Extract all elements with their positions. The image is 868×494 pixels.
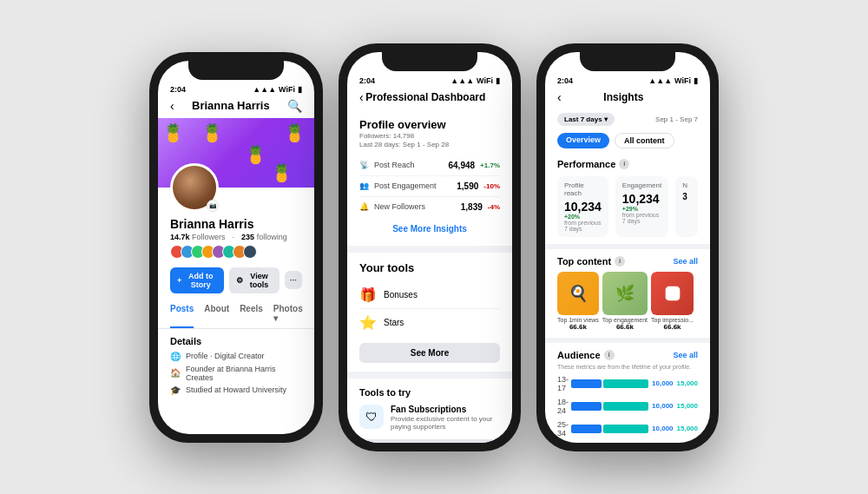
tab-all-content[interactable]: All content: [615, 133, 674, 148]
phone3-time: 2:04: [557, 76, 573, 85]
top-content-header: Top content i See all: [557, 256, 698, 267]
followers-icon: 🔔: [359, 202, 369, 211]
engagement-card-title: Engagement: [622, 181, 661, 189]
profile-stats: 14.7k Followers · 235 following: [170, 233, 302, 241]
phone3-notch: [580, 52, 675, 71]
bonuses-icon: 🎁: [359, 287, 377, 303]
top-content-item-2: 🌿 Top engagement 66.6k: [602, 272, 648, 331]
profile-overview-section: Profile overview Followers: 14,798 Last …: [347, 109, 512, 253]
tab-overview[interactable]: Overview: [557, 133, 609, 148]
search-button[interactable]: 🔍: [287, 99, 302, 113]
tab-reels[interactable]: Reels: [240, 299, 263, 328]
see-more-tools-button[interactable]: See More: [359, 343, 500, 363]
back-button[interactable]: ‹: [170, 99, 174, 113]
engagement-value: 1,590: [457, 181, 478, 191]
audience-header: Audience i See all: [557, 350, 698, 360]
phone-insights: 2:04 ▲▲▲ WiFi ▮ ‹ Insights Last 7 days ▾…: [536, 43, 719, 451]
img-bg-2: 🌿: [602, 272, 648, 315]
your-tools-title: Your tools: [359, 261, 500, 274]
detail-item-university: 🎓 Studied at Howard University: [170, 385, 302, 395]
scene: 2:04 ▲▲▲ WiFi ▮ ‹ Brianna Harris 🔍 🍍 🍍 🍍…: [0, 0, 868, 494]
phone-dashboard: 2:04 ▲▲▲ WiFi ▮ ‹ Professional Dashboard…: [339, 43, 521, 451]
perf-card-reach: Profile reach 10,234 +20% from previous …: [557, 176, 608, 237]
blue-num-2534: 10,000: [652, 425, 673, 432]
tab-photos[interactable]: Photos ▾: [273, 299, 303, 328]
insights-tabs: Overview All content: [545, 129, 710, 152]
see-more-insights-button[interactable]: See More Insights: [359, 217, 500, 237]
reach-card-title: Profile reach: [564, 181, 602, 197]
profile-name-header: Brianna Harris: [192, 99, 270, 112]
followers-count: 14.7k: [170, 233, 190, 241]
insights-title: Insights: [603, 91, 643, 103]
top-content-item-3: Top impressio... 66.6k: [651, 272, 694, 331]
top-content-item-1: 🍳 Top 1min views 66.6k: [557, 272, 599, 331]
plus-icon: +: [177, 276, 181, 285]
followers-avatars: [170, 245, 302, 259]
top-content-title: Top content i: [557, 256, 625, 267]
svg-rect-0: [665, 286, 680, 300]
tab-about[interactable]: About: [204, 299, 229, 328]
tool-bonuses[interactable]: 🎁 Bonuses: [359, 281, 500, 309]
metric-post-engagement: 👥 Post Engagement 1,590 -10%: [359, 176, 500, 197]
battery-icon-3: ▮: [694, 76, 698, 85]
age-bars-1824: [571, 402, 648, 411]
overview-date: Last 28 days: Sep 1 - Sep 28: [359, 141, 500, 148]
phone2-status-icons: ▲▲▲ WiFi ▮: [450, 76, 500, 85]
audience-info-icon: i: [604, 350, 615, 360]
profile-details: Details 🌐 Profile · Digital Creator 🏠 Fo…: [158, 329, 314, 405]
reach-card-value: 10,234: [564, 200, 602, 214]
engagement-card-value: 10,234: [622, 192, 661, 206]
age-label-2534: 25-34: [557, 420, 571, 438]
view-tools-button[interactable]: ⚙ View tools: [229, 267, 279, 293]
reach-icon: 📡: [359, 161, 369, 169]
tool-stars[interactable]: ⭐ Stars: [359, 309, 500, 336]
teal-bar-1317: [603, 379, 648, 388]
metric-right-followers: 1,839 -4%: [461, 202, 500, 212]
audience-row-1317: 13-17 10,000 15,000: [557, 375, 698, 392]
phone1-screen: 2:04 ▲▲▲ WiFi ▮ ‹ Brianna Harris 🔍 🍍 🍍 🍍…: [158, 61, 314, 434]
top-content-img-2: 🌿: [602, 272, 648, 315]
reach-value: 64,948: [449, 161, 476, 170]
top-content-info-icon: i: [615, 256, 625, 267]
stars-label: Stars: [384, 318, 404, 327]
fan-sub-text: Fan Subscriptions Provide exclusive cont…: [391, 405, 500, 431]
tab-posts[interactable]: Posts: [170, 299, 194, 328]
camera-icon[interactable]: 📷: [207, 200, 219, 212]
phone2-back-button[interactable]: ‹: [359, 90, 364, 104]
signal-icon: ▲▲▲: [253, 85, 276, 94]
tools-to-try-section: Tools to try 🛡 Fan Subscriptions Provide…: [347, 379, 512, 443]
blue-num-1824: 10,000: [652, 402, 673, 410]
top-content-img-3: [651, 272, 694, 315]
top-content-images: 🍳 Top 1min views 66.6k 🌿 Top engagement …: [557, 272, 698, 331]
teal-bar-1824: [603, 402, 648, 411]
phone1-header: ‹ Brianna Harris 🔍: [158, 97, 314, 118]
more-button[interactable]: ···: [285, 271, 302, 289]
audience-see-all[interactable]: See all: [673, 351, 698, 359]
avatar-wrap: 📷: [170, 163, 219, 212]
teal-num-1317: 15,000: [677, 379, 698, 387]
fan-sub-title: Fan Subscriptions: [391, 405, 500, 414]
metric-post-reach: 📡 Post Reach 64,948 +1.7%: [359, 155, 500, 176]
add-to-story-button[interactable]: + Add to Story: [170, 267, 224, 293]
perf-card-engagement: Engagement 10,234 +29% from previous 7 d…: [615, 176, 668, 237]
phone3-screen: 2:04 ▲▲▲ WiFi ▮ ‹ Insights Last 7 days ▾…: [545, 52, 710, 443]
tc-label-2: Top engagement: [602, 317, 648, 323]
audience-row-2534: 25-34 10,000 15,000: [557, 420, 698, 438]
metric-new-followers: 🔔 New Followers 1,839 -4%: [359, 197, 500, 217]
globe-icon: 🌐: [170, 352, 181, 361]
tools-icon: ⚙: [236, 276, 243, 285]
stars-icon: ⭐: [359, 314, 377, 331]
performance-info-icon: i: [619, 159, 629, 169]
see-more-tools-to-try-button[interactable]: See More: [359, 439, 500, 443]
top-content-see-all[interactable]: See all: [673, 257, 698, 266]
phone3-back-button[interactable]: ‹: [557, 90, 562, 104]
fan-subscriptions-item: 🛡 Fan Subscriptions Provide exclusive co…: [359, 405, 500, 431]
date-filter-button[interactable]: Last 7 days ▾: [557, 113, 615, 126]
top-content-section: Top content i See all 🍳 Top 1min views 6…: [545, 249, 710, 343]
pineapple-icon-5: 🍍: [271, 162, 293, 183]
blue-bar-1824: [571, 402, 602, 411]
phone-profile: 2:04 ▲▲▲ WiFi ▮ ‹ Brianna Harris 🔍 🍍 🍍 🍍…: [149, 52, 323, 443]
signal-icon-3: ▲▲▲: [648, 76, 672, 85]
date-range-label: Sep 1 - Sep 7: [655, 115, 698, 123]
metric-right-engagement: 1,590 -10%: [457, 181, 500, 191]
